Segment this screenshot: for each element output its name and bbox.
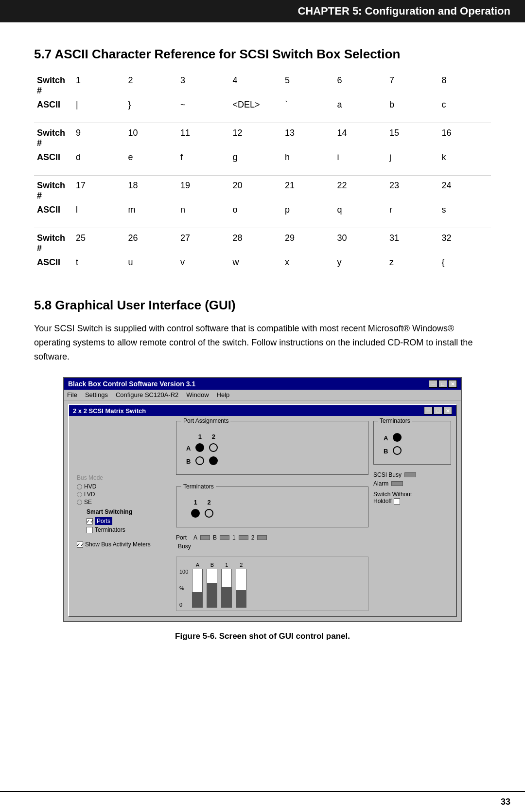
meter-b-label: B [210, 562, 214, 568]
ascii-val: a [334, 98, 387, 112]
smart-switching: Smart Switching ✓ Ports Terminators [87, 508, 168, 533]
switch-num: 27 [177, 231, 230, 255]
meter-1-label: 1 [225, 562, 228, 568]
switch-num: 3 [177, 73, 230, 98]
port-a-label: A [193, 534, 197, 541]
ascii-group-2: Switch # 9 10 11 12 13 14 15 16 ASCII d … [34, 126, 491, 176]
switch-label: Switch # [34, 126, 73, 150]
ports-label: Ports [95, 517, 112, 525]
port-2-busy-rect [257, 535, 267, 540]
show-bus-checkbox[interactable]: ✓ [77, 541, 83, 548]
switch-num: 1 [73, 73, 125, 98]
radio-se[interactable]: SE [77, 499, 168, 505]
switch-label: Switch # [34, 179, 73, 203]
meter-a-label: A [196, 562, 199, 568]
menu-configure[interactable]: Configure SC120A-R2 [116, 391, 178, 398]
ascii-val: f [177, 150, 230, 164]
ascii-val: j [386, 150, 439, 164]
ports-checkbox[interactable]: ✓ [87, 518, 93, 524]
meter-2: 2 [236, 562, 246, 608]
menu-help[interactable]: Help [217, 391, 230, 398]
activity-y-labels: 100 % 0 [179, 569, 190, 608]
scsi-busy-row: SCSI Busy [373, 471, 451, 478]
ascii-val: } [125, 98, 178, 112]
gui-right-panel: Terminators A B [373, 421, 451, 611]
ascii-switch-row-2: Switch # 9 10 11 12 13 14 15 16 [34, 126, 491, 150]
port-b2-filled [209, 456, 218, 465]
gui-minimize-btn[interactable]: ─ [429, 380, 438, 388]
port-label: Port [176, 534, 187, 541]
ascii-val: i [334, 150, 387, 164]
ascii-switch-row-4: Switch # 25 26 27 28 29 30 31 32 [34, 231, 491, 255]
menu-file[interactable]: File [67, 391, 77, 398]
port-b-busy-rect [220, 535, 229, 540]
switch-num: 10 [125, 126, 178, 150]
checkbox-ports[interactable]: ✓ Ports [87, 517, 168, 525]
port-assignments-label: Port Assignments [181, 417, 230, 424]
meter-1-fill [222, 587, 231, 608]
switch-num: 15 [386, 126, 439, 150]
gui-titlebar: Black Box Control Software Version 3.1 ─… [64, 378, 461, 390]
port-busy-section: Port A B 1 2 Busy [176, 534, 368, 550]
menu-window[interactable]: Window [186, 391, 209, 398]
ascii-val: b [386, 98, 439, 112]
scsi-busy-rect [404, 472, 416, 477]
term-lower-2-empty [205, 509, 213, 518]
switch-num: 28 [230, 231, 282, 255]
gui-screenshot: Black Box Control Software Version 3.1 ─… [63, 377, 462, 622]
scsi-busy-label: SCSI Busy [373, 471, 402, 478]
port-2-label: 2 [251, 534, 255, 541]
alarm-label: Alarm [373, 480, 388, 487]
meter-1: 1 [221, 562, 232, 608]
ascii-group-4: Switch # 25 26 27 28 29 30 31 32 ASCII t… [34, 231, 491, 280]
switch-num: 13 [282, 126, 334, 150]
gui-inner-minimize-btn[interactable]: ─ [424, 407, 433, 415]
section-57-heading: 5.7 ASCII Character Reference for SCSI S… [34, 47, 491, 62]
ascii-val: v [177, 255, 230, 270]
section-58-heading: 5.8 Graphical User Interface (GUI) [34, 298, 491, 313]
ascii-label: ASCII [34, 203, 73, 217]
gui-inner-maximize-btn[interactable]: □ [434, 407, 442, 415]
ascii-val: o [230, 203, 282, 217]
holdoff-checkbox[interactable] [394, 498, 400, 505]
switch-num: 2 [125, 73, 178, 98]
page-footer: 33 [0, 791, 525, 812]
holdoff-label: Holdoff [373, 498, 392, 505]
gui-maximize-btn[interactable]: □ [438, 380, 447, 388]
switch-num: 26 [125, 231, 178, 255]
meter-b-bar [207, 569, 217, 608]
meter-a-bar [192, 569, 203, 608]
menu-settings[interactable]: Settings [85, 391, 108, 398]
ascii-val: k [439, 150, 491, 164]
alarm-row: Alarm [373, 480, 451, 487]
ascii-val-row-4: ASCII t u v w x y z { [34, 255, 491, 270]
gui-inner-close-btn[interactable]: ✕ [443, 407, 452, 415]
show-bus-row[interactable]: ✓ Show Bus Activity Meters [77, 541, 168, 548]
switch-num: 14 [334, 126, 387, 150]
radio-hvd[interactable]: HVD [77, 483, 168, 490]
meter-a-fill [192, 592, 202, 607]
ascii-val: x [282, 255, 334, 270]
terminators-checkbox[interactable] [87, 527, 93, 533]
ascii-label: ASCII [34, 255, 73, 270]
meter-a: A [192, 562, 203, 608]
port-b1-empty [195, 456, 204, 465]
ascii-val: t [73, 255, 125, 270]
ascii-switch-row-3: Switch # 17 18 19 20 21 22 23 24 [34, 179, 491, 203]
meter-2-label: 2 [240, 562, 243, 568]
ascii-val: u [125, 255, 178, 270]
gui-center-panel: Port Assignments 1 2 A [176, 421, 368, 611]
ascii-val: l [73, 203, 125, 217]
radio-lvd[interactable]: LVD [77, 491, 168, 498]
ascii-val: w [230, 255, 282, 270]
holdoff-row[interactable]: Holdoff [373, 498, 451, 505]
lvd-label: LVD [84, 491, 95, 498]
terminators-check-label: Terminators [95, 526, 125, 533]
ascii-val: ` [282, 98, 334, 112]
gui-inner-body: Bus Mode HVD LVD SE [69, 416, 456, 616]
gui-close-btn[interactable]: ✕ [448, 380, 457, 388]
checkbox-terminators[interactable]: Terminators [87, 526, 168, 533]
switch-label: Switch # [34, 73, 73, 98]
switch-num: 29 [282, 231, 334, 255]
alarm-rect [391, 481, 403, 486]
